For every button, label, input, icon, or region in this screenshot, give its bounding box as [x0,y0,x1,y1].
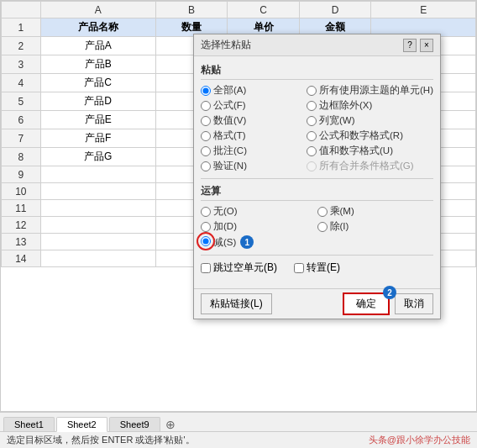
annotation-2: 2 [383,286,396,299]
paste-link-button[interactable]: 粘贴链接(L) [201,293,272,314]
cell[interactable] [40,166,155,183]
cell[interactable]: 产品D [40,92,155,111]
cell[interactable] [40,183,155,200]
row-number-14: 14 [2,250,41,267]
col-header-e[interactable]: E [371,2,476,18]
status-text: 选定目标区域，然后按 ENTER 或选择'粘贴'。 [7,434,195,446]
skip-blank-label: 跳过空单元(B) [213,261,277,275]
dialog-close-button[interactable]: × [420,39,433,52]
row-number-5: 5 [2,92,41,111]
column-header-row: A B C D E [2,2,476,18]
dialog-help-button[interactable]: ? [403,39,417,52]
row-number-1: 1 [2,18,41,37]
paste-radio-group: 全部(A) 公式(F) 数值(V) 格式(T) 批注(C) [201,83,433,173]
op-divide-option[interactable]: 除(I) [317,219,434,234]
section-divider-2 [201,255,433,256]
col-header-d[interactable]: D [299,2,371,18]
cell[interactable]: 产品C [40,74,155,92]
op-divide-label: 除(I) [330,220,349,233]
row-number-9: 9 [2,166,41,183]
dialog-controls: ? × [403,39,433,52]
row-number-8: 8 [2,148,41,166]
paste-format-label: 格式(T) [213,129,246,142]
sheet-tab-sheet9[interactable]: Sheet9 [109,417,160,431]
row-number-2: 2 [2,37,41,55]
ok-button[interactable]: 确定 2 [343,293,390,315]
cell[interactable] [40,234,155,250]
watermark-text: 头条@跟小徐学办公技能 [369,434,470,446]
paste-format-option[interactable]: 格式(T) [201,129,307,143]
paste-valuenum-option[interactable]: 值和数字格式(U) [307,144,433,158]
paste-comment-option[interactable]: 批注(C) [201,144,307,158]
operation-section-title: 运算 [201,184,433,201]
status-bar: 选定目标区域，然后按 ENTER 或选择'粘贴'。 头条@跟小徐学办公技能 [0,432,477,448]
paste-theme-option[interactable]: 所有使用源主题的单元(H) [307,83,433,98]
paste-col-1: 全部(A) 公式(F) 数值(V) 格式(T) 批注(C) [201,83,307,173]
paste-col-2: 所有使用源主题的单元(H) 边框除外(X) 列宽(W) 公式和数字格式(R) 值… [307,83,433,173]
dialog-body: 粘贴 全部(A) 公式(F) 数值(V) 格式(T) [194,56,440,285]
paste-valuenum-label: 值和数字格式(U) [319,145,393,157]
cell[interactable] [40,217,155,234]
transpose-label: 转置(E) [307,261,340,275]
op-multiply-option[interactable]: 乘(M) [317,204,434,219]
sheet-tab-sheet2[interactable]: Sheet2 [56,417,107,432]
paste-formulanum-label: 公式和数字格式(R) [319,129,403,142]
op-none-option[interactable]: 无(O) [201,204,317,219]
paste-merge-label: 所有合并条件格式(G) [319,160,414,172]
dialog-title: 选择性粘贴 [201,38,251,52]
cell[interactable] [40,200,155,217]
op-add-option[interactable]: 加(D) [201,219,317,234]
cell[interactable]: 产品A [40,37,155,55]
op-subtract-label: 减(S) [213,236,236,249]
row-number-13: 13 [2,234,41,250]
row-number-3: 3 [2,55,41,74]
transpose-option[interactable]: 转置(E) [294,261,340,275]
cancel-button[interactable]: 取消 [395,293,433,314]
cell[interactable]: 产品B [40,55,155,74]
row-number-4: 4 [2,74,41,92]
paste-validate-label: 验证(N) [213,160,247,172]
paste-formula-label: 公式(F) [213,99,246,112]
paste-merge-option: 所有合并条件格式(G) [307,159,433,173]
op-subtract-option[interactable]: 减(S) 1 [201,235,317,250]
paste-border-label: 边框除外(X) [319,99,372,112]
paste-theme-label: 所有使用源主题的单元(H) [319,84,433,97]
cell[interactable]: 产品F [40,129,155,148]
paste-colwidth-option[interactable]: 列宽(W) [307,113,433,128]
operation-radio-group: 无(O) 加(D) 减(S) 1 乘(M) [201,204,433,250]
paste-validate-option[interactable]: 验证(N) [201,159,307,173]
paste-formula-option[interactable]: 公式(F) [201,98,307,113]
paste-formulanum-option[interactable]: 公式和数字格式(R) [307,129,433,143]
op-multiply-label: 乘(M) [330,205,354,218]
cell[interactable]: 产品G [40,148,155,166]
paste-comment-label: 批注(C) [213,145,247,157]
paste-colwidth-label: 列宽(W) [319,114,355,127]
paste-all-label: 全部(A) [213,84,246,97]
paste-special-dialog: 选择性粘贴 ? × 粘贴 全部(A) 公式(F) 数值(V) [193,34,441,319]
sheet-tab-sheet1[interactable]: Sheet1 [3,417,55,431]
paste-section-title: 粘贴 [201,63,433,80]
bottom-bar: Sheet1 Sheet2 Sheet9 ⊕ 选定目标区域，然后按 ENTER … [0,412,477,448]
skip-blank-option[interactable]: 跳过空单元(B) [201,261,277,275]
paste-value-option[interactable]: 数值(V) [201,113,307,128]
paste-all-option[interactable]: 全部(A) [201,83,307,98]
row-number-6: 6 [2,111,41,129]
cell[interactable]: 产品名称 [40,18,155,37]
dialog-title-bar: 选择性粘贴 ? × [194,34,440,56]
section-divider [201,178,433,179]
cell[interactable]: 产品E [40,111,155,129]
checkbox-row: 跳过空单元(B) 转置(E) [201,261,433,275]
row-number-10: 10 [2,183,41,200]
op-add-label: 加(D) [213,220,237,233]
ok-label: 确定 [356,298,376,309]
paste-border-option[interactable]: 边框除外(X) [307,98,433,113]
col-header-b[interactable]: B [155,2,228,18]
add-sheet-button[interactable]: ⊕ [165,418,176,431]
corner-header [2,2,41,18]
col-header-a[interactable]: A [40,2,155,18]
col-header-c[interactable]: C [228,2,300,18]
op-none-label: 无(O) [213,205,238,218]
row-number-7: 7 [2,129,41,148]
annotation-1: 1 [240,235,254,249]
cell[interactable] [40,250,155,267]
